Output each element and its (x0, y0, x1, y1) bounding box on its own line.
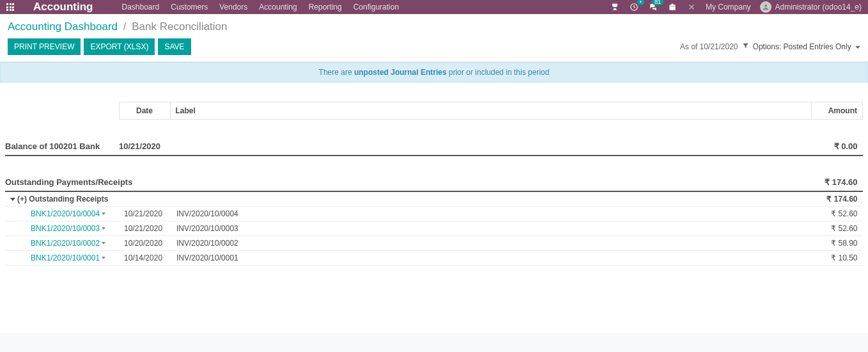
table-row: BNK1/2020/10/0004 10/21/2020 INV/2020/10… (5, 206, 863, 221)
nav-vendors[interactable]: Vendors (219, 3, 247, 12)
caret-down-icon (10, 198, 15, 201)
row-date: 10/21/2020 (119, 221, 170, 236)
trophy-icon[interactable] (610, 2, 620, 12)
outstanding-title: Outstanding Payments/Receipts (5, 173, 812, 191)
row-date: 10/21/2020 (119, 206, 170, 221)
receipts-total: ₹ 174.60 (812, 191, 863, 207)
gift-icon[interactable] (667, 2, 678, 12)
receipts-subsection[interactable]: (+) Outstanding Receipts ₹ 174.60 (5, 191, 863, 207)
nav-configuration[interactable]: Configuration (353, 3, 399, 12)
ref-link[interactable]: BNK1/2020/10/0003 (31, 224, 100, 233)
table-row: BNK1/2020/10/0001 10/14/2020 INV/2020/10… (5, 250, 863, 265)
nav-customers[interactable]: Customers (171, 3, 208, 12)
row-amount: ₹ 10.50 (812, 250, 863, 265)
balance-amount: ₹ 0.00 (812, 138, 863, 156)
row-menu-icon[interactable] (102, 227, 105, 230)
svg-point-1 (764, 4, 767, 7)
breadcrumb-current: Bank Reconciliation (132, 20, 227, 33)
row-label: INV/2020/10/0001 (170, 250, 812, 265)
filter-icon[interactable] (742, 42, 749, 51)
chevron-down-icon (855, 46, 860, 49)
unposted-notice[interactable]: There are unposted Journal Entries prior… (0, 62, 868, 83)
app-title: Accounting (33, 1, 93, 13)
row-amount: ₹ 52.60 (812, 221, 863, 236)
ref-link[interactable]: BNK1/2020/10/0002 (31, 239, 100, 248)
row-date: 10/20/2020 (119, 236, 170, 250)
avatar (760, 1, 771, 13)
user-name: Administrator (odoo14_e) (775, 3, 862, 12)
nav-dashboard[interactable]: Dashboard (122, 3, 160, 12)
balance-row: Balance of 100201 Bank 10/21/2020 ₹ 0.00 (5, 138, 863, 156)
asof-label: As of 10/21/2020 (680, 42, 738, 51)
close-icon[interactable] (686, 2, 697, 12)
breadcrumb-sep: / (123, 20, 127, 33)
nav-reporting[interactable]: Reporting (309, 3, 342, 12)
row-amount: ₹ 52.60 (812, 206, 863, 221)
user-menu[interactable]: Administrator (odoo14_e) (760, 1, 862, 13)
balance-title: Balance of 100201 Bank (5, 138, 119, 156)
ref-link[interactable]: BNK1/2020/10/0001 (31, 253, 100, 262)
discuss-badge: 81 (652, 0, 663, 5)
receipts-title: (+) Outstanding Receipts (17, 195, 108, 204)
top-navbar: Accounting Dashboard Customers Vendors A… (0, 0, 868, 14)
outstanding-total: ₹ 174.60 (812, 173, 863, 191)
badge-count: • (637, 0, 644, 5)
row-label: INV/2020/10/0002 (170, 236, 812, 250)
report-table: Date Label Amount Balance of 100201 Bank… (5, 102, 863, 266)
activity-icon[interactable]: • (629, 2, 639, 12)
apps-icon[interactable] (6, 3, 14, 11)
save-button[interactable]: Save (158, 38, 190, 55)
col-date: Date (119, 102, 170, 120)
row-label: INV/2020/10/0003 (170, 221, 812, 236)
col-label: Label (170, 102, 812, 120)
print-preview-button[interactable]: Print Preview (8, 38, 81, 55)
row-menu-icon[interactable] (102, 257, 105, 259)
options-dropdown[interactable]: Options: Posted Entries Only (753, 42, 860, 51)
outstanding-row: Outstanding Payments/Receipts ₹ 174.60 (5, 173, 863, 191)
breadcrumb-parent[interactable]: Accounting Dashboard (8, 20, 118, 33)
row-label: INV/2020/10/0004 (170, 206, 812, 221)
balance-date: 10/21/2020 (119, 138, 170, 156)
table-row: BNK1/2020/10/0003 10/21/2020 INV/2020/10… (5, 221, 863, 236)
control-panel: Accounting Dashboard / Bank Reconciliati… (0, 14, 868, 62)
table-row: BNK1/2020/10/0002 10/20/2020 INV/2020/10… (5, 236, 863, 250)
nav-menu: Dashboard Customers Vendors Accounting R… (122, 3, 399, 12)
report-body: Date Label Amount Balance of 100201 Bank… (0, 83, 868, 271)
export-xlsx-button[interactable]: Export (XLSX) (84, 38, 155, 55)
company-name[interactable]: My Company (706, 3, 751, 12)
col-amount: Amount (812, 102, 863, 120)
row-menu-icon[interactable] (102, 242, 105, 244)
breadcrumb: Accounting Dashboard / Bank Reconciliati… (8, 20, 860, 33)
discuss-icon[interactable]: 81 (648, 2, 658, 12)
row-date: 10/14/2020 (119, 250, 170, 265)
col-blank (5, 102, 119, 120)
row-amount: ₹ 58.90 (812, 236, 863, 250)
nav-accounting[interactable]: Accounting (259, 3, 297, 12)
row-menu-icon[interactable] (102, 212, 105, 215)
ref-link[interactable]: BNK1/2020/10/0004 (31, 209, 100, 218)
